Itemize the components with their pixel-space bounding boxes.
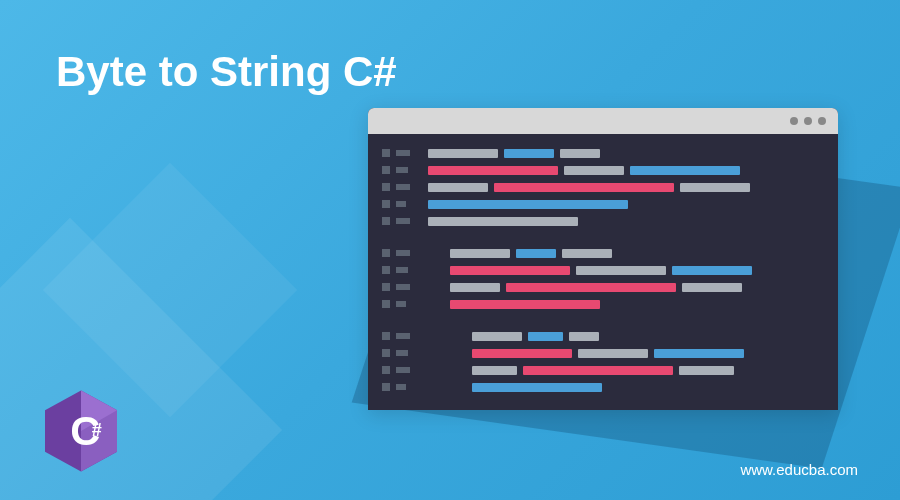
code-content — [428, 148, 824, 392]
line-number-gutter — [382, 148, 414, 392]
window-control-dot — [818, 117, 826, 125]
editor-window — [368, 108, 838, 410]
code-editor — [368, 108, 838, 410]
csharp-logo-icon: C # — [36, 386, 126, 476]
website-url: www.educba.com — [740, 461, 858, 478]
window-control-dot — [804, 117, 812, 125]
svg-text:#: # — [92, 420, 102, 440]
editor-body — [368, 134, 838, 410]
window-control-dot — [790, 117, 798, 125]
editor-titlebar — [368, 108, 838, 134]
page-title: Byte to String C# — [56, 48, 397, 96]
